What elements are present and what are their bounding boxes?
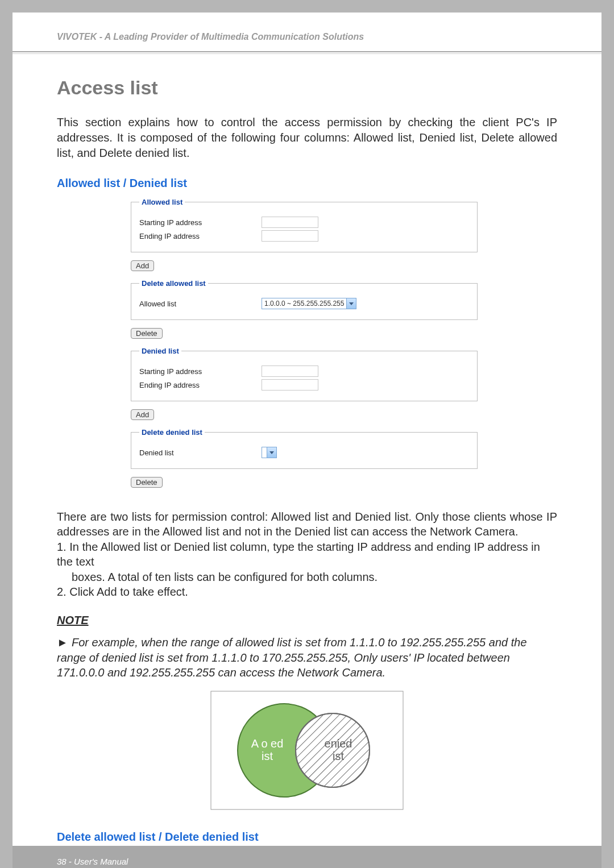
allowed-start-row: Starting IP address <box>139 217 469 228</box>
delete-denied-row: Denied list <box>139 447 469 458</box>
delete-allowed-legend: Delete allowed list <box>139 279 208 288</box>
allowed-end-row: Ending IP address <box>139 230 469 242</box>
svg-text:A o ed: A o ed <box>251 737 284 750</box>
access-list-form-screenshot: Allowed list Starting IP address Ending … <box>131 198 478 496</box>
page-title: Access list <box>57 77 557 99</box>
allowed-list-legend: Allowed list <box>139 198 185 206</box>
note-heading: NOTE <box>57 614 557 627</box>
instruction-2: 2. Click Add to take effect. <box>57 584 557 599</box>
delete-denied-select[interactable] <box>262 447 277 458</box>
page-footer: 38 - User's Manual <box>13 846 601 868</box>
body-paragraph-1: There are two lists for permission contr… <box>57 509 557 539</box>
denied-start-input[interactable] <box>262 366 318 377</box>
denied-end-row: Ending IP address <box>139 379 469 391</box>
delete-allowed-label: Allowed list <box>139 300 262 308</box>
section-allowed-denied-heading: Allowed list / Denied list <box>57 177 557 190</box>
delete-denied-legend: Delete denied list <box>139 428 205 437</box>
svg-text:ist: ist <box>262 750 273 762</box>
delete-denied-panel: Delete denied list Denied list <box>131 428 478 469</box>
note-arrow-icon: ► <box>57 635 72 650</box>
delete-allowed-button[interactable]: Delete <box>131 328 163 339</box>
allowed-end-label: Ending IP address <box>139 232 262 240</box>
allowed-end-input[interactable] <box>262 230 318 242</box>
page-content: Access list This section explains how to… <box>13 54 601 868</box>
section-delete-lists-heading: Delete allowed list / Delete denied list <box>57 830 557 844</box>
intro-paragraph: This section explains how to control the… <box>57 115 557 161</box>
denied-start-row: Starting IP address <box>139 366 469 377</box>
delete-denied-label: Denied list <box>139 448 262 457</box>
note-text: For example, when the range of allowed l… <box>57 636 527 679</box>
header-rule-thick <box>13 51 601 52</box>
delete-allowed-panel: Delete allowed list Allowed list 1.0.0.0… <box>131 279 478 320</box>
allowed-add-button[interactable]: Add <box>131 260 154 271</box>
chevron-down-icon <box>267 447 276 458</box>
denied-list-legend: Denied list <box>139 347 181 355</box>
allowed-list-panel: Allowed list Starting IP address Ending … <box>131 198 478 252</box>
instruction-1-line-b: boxes. A total of ten lists can be confi… <box>57 570 557 584</box>
delete-denied-button[interactable]: Delete <box>131 477 163 488</box>
note-body: ►For example, when the range of allowed … <box>57 635 557 680</box>
instruction-1-line-a: 1. In the Allowed list or Denied list co… <box>57 539 557 570</box>
denied-end-input[interactable] <box>262 379 318 391</box>
denied-end-label: Ending IP address <box>139 381 262 389</box>
chevron-down-icon <box>346 298 356 309</box>
page-header: VIVOTEK - A Leading Provider of Multimed… <box>13 13 601 49</box>
svg-text:ist: ist <box>333 750 344 762</box>
denied-start-label: Starting IP address <box>139 367 262 376</box>
manual-page: VIVOTEK - A Leading Provider of Multimed… <box>13 13 601 868</box>
footer-text: 38 - User's Manual <box>57 857 128 866</box>
venn-diagram: A o ed ist enied ist <box>210 691 404 810</box>
allowed-start-input[interactable] <box>262 217 318 228</box>
svg-text:enied: enied <box>325 737 352 750</box>
brand-line: VIVOTEK - A Leading Provider of Multimed… <box>57 32 601 42</box>
delete-allowed-row: Allowed list 1.0.0.0 ~ 255.255.255.255 <box>139 298 469 309</box>
denied-add-button[interactable]: Add <box>131 409 154 420</box>
delete-allowed-select-value: 1.0.0.0 ~ 255.255.255.255 <box>262 300 346 308</box>
delete-allowed-select[interactable]: 1.0.0.0 ~ 255.255.255.255 <box>262 298 356 309</box>
denied-list-panel: Denied list Starting IP address Ending I… <box>131 347 478 401</box>
allowed-start-label: Starting IP address <box>139 218 262 227</box>
